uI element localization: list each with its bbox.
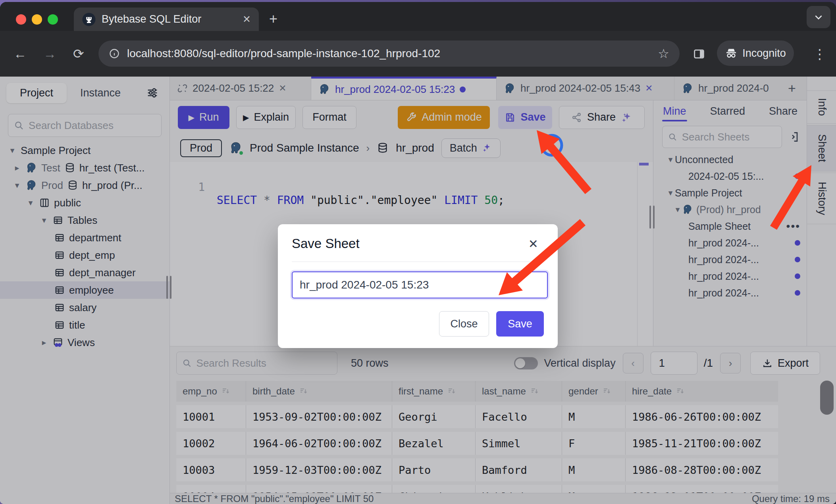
minimize-window-button[interactable] [32,14,42,25]
browser-window: Bytebase SQL Editor ✕ + ← → ⟳ localhost:… [0,2,836,504]
screenshot-root: Bytebase SQL Editor ✕ + ← → ⟳ localhost:… [0,0,836,504]
url-text: localhost:8080/sql-editor/prod-sample-in… [127,47,651,60]
browser-toolbar: ← → ⟳ localhost:8080/sql-editor/prod-sam… [0,31,836,77]
new-tab-button[interactable]: + [269,11,277,27]
tab-search-button[interactable] [807,6,830,28]
bytebase-favicon-icon [82,12,96,27]
side-panel-icon[interactable] [692,47,706,61]
browser-menu-icon[interactable]: ⋮ [813,46,826,62]
close-window-button[interactable] [16,14,26,25]
site-info-icon[interactable] [109,48,120,59]
chevron-down-icon [813,12,824,22]
dialog-title: Save Sheet [292,236,360,251]
sheet-name-input[interactable] [292,271,548,298]
dialog-save-button[interactable]: Save [496,311,544,337]
forward-icon[interactable]: → [43,46,56,62]
address-bar[interactable]: localhost:8080/sql-editor/prod-sample-in… [98,40,680,67]
incognito-badge: Incognito [717,40,794,66]
save-sheet-dialog: Save Sheet ✕ Close Save [278,224,558,348]
bookmark-star-icon[interactable]: ☆ [658,46,669,61]
browser-tab-title: Bytebase SQL Editor [102,13,237,25]
browser-tab-strip: Bytebase SQL Editor ✕ + [0,2,836,31]
dialog-close-button[interactable]: Close [439,311,489,337]
incognito-icon [725,47,738,60]
back-icon[interactable]: ← [13,46,27,62]
close-dialog-icon[interactable]: ✕ [528,237,544,251]
close-tab-icon[interactable]: ✕ [243,13,251,25]
reload-icon[interactable]: ⟳ [73,46,84,62]
zoom-window-button[interactable] [48,14,58,25]
browser-tab[interactable]: Bytebase SQL Editor ✕ [74,8,259,31]
incognito-label: Incognito [742,47,786,60]
divider [292,262,544,262]
